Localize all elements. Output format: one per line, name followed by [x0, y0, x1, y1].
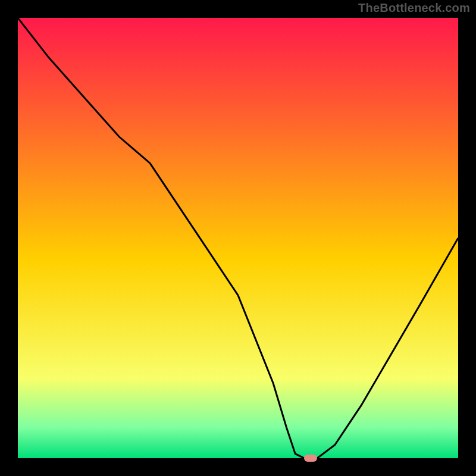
optimum-marker — [304, 455, 317, 462]
gradient-background — [18, 18, 458, 458]
watermark-text: TheBottleneck.com — [358, 1, 470, 15]
plot-svg — [18, 18, 458, 458]
plot-area — [18, 18, 458, 458]
chart-frame: TheBottleneck.com — [0, 0, 476, 476]
